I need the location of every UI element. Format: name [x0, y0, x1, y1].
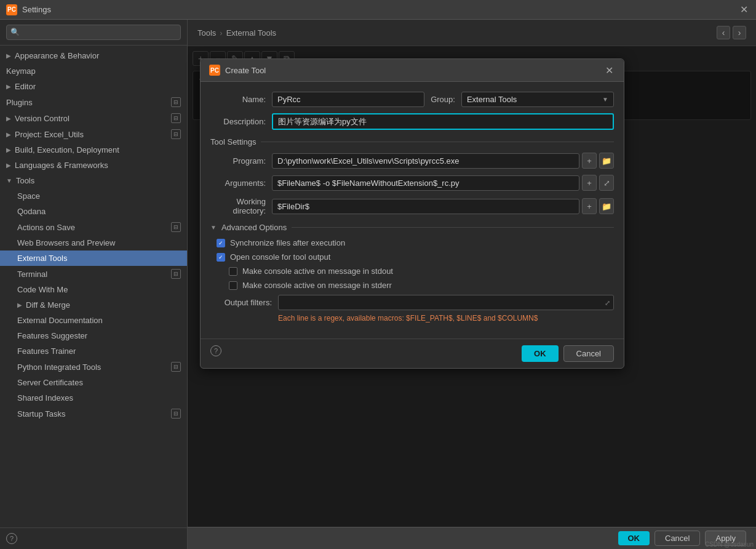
nav-back-button[interactable]: ‹	[717, 26, 730, 39]
startup-badge: ⊟	[171, 409, 181, 419]
sidebar-item-features-trainer[interactable]: Features Trainer	[0, 343, 187, 359]
modal-footer: ? OK Cancel	[201, 339, 624, 368]
advanced-label: Advanced Options	[221, 223, 287, 232]
sidebar-item-actions-on-save[interactable]: Actions on Save ⊟	[0, 219, 187, 235]
sidebar-item-qodana[interactable]: Qodana	[0, 204, 187, 219]
sidebar-item-plugins[interactable]: Plugins ⊟	[0, 94, 187, 110]
help-icon[interactable]: ?	[6, 533, 17, 544]
modal-body: Name: Group: External Tools ▼ Descriptio…	[201, 82, 624, 339]
actions-badge: ⊟	[171, 222, 181, 232]
sidebar-item-version-control[interactable]: ▶ Version Control ⊟	[0, 110, 187, 126]
group-select[interactable]: External Tools ▼	[461, 92, 614, 107]
open-console-row: Open console for tool output	[210, 252, 614, 262]
sidebar-item-label: Editor	[15, 82, 36, 91]
make-active-stdout-row: Make console active on message in stdout	[210, 266, 614, 276]
sidebar-item-keymap[interactable]: Keymap	[0, 63, 187, 79]
program-input-group: + 📁	[272, 153, 614, 169]
sidebar-item-languages[interactable]: ▶ Languages & Frameworks	[0, 158, 187, 173]
make-active-stderr-label: Make console active on message in stderr	[242, 281, 392, 290]
sidebar-item-label: Appearance & Behavior	[15, 51, 99, 60]
content-area: Tools › External Tools ‹ › + − ✎ ▲ ▼ ⧉ ▼	[188, 20, 756, 549]
description-input[interactable]	[272, 113, 614, 130]
chevron-right-icon: ▶	[6, 146, 11, 153]
modal-close-button[interactable]: ✕	[603, 64, 615, 76]
modal-app-icon: PC	[209, 65, 220, 76]
sidebar-item-editor[interactable]: ▶ Editor	[0, 79, 187, 94]
window-title: Settings	[22, 5, 733, 14]
sidebar-item-label: Startup Tasks	[17, 409, 66, 419]
sidebar-item-diff-merge[interactable]: ▶ Diff & Merge	[0, 297, 187, 313]
sync-files-checkbox[interactable]	[217, 239, 225, 247]
breadcrumb-parent: Tools	[197, 28, 216, 38]
expand-icon: ⤢	[605, 299, 610, 307]
sidebar-item-label: Space	[17, 191, 40, 201]
program-browse-button[interactable]: 📁	[599, 153, 614, 169]
breadcrumb: Tools › External Tools ‹ ›	[188, 20, 756, 46]
tool-settings-label: Tool Settings	[210, 137, 256, 146]
app-icon: PC	[6, 4, 17, 15]
sidebar-item-label: Project: Excel_Utils	[15, 130, 84, 139]
arguments-expand-button[interactable]: ⤢	[599, 175, 614, 191]
python-badge: ⊟	[171, 362, 181, 372]
sidebar-item-label: Languages & Frameworks	[15, 161, 108, 170]
sidebar-item-label: Keymap	[6, 66, 36, 76]
sidebar-item-label: Tools	[16, 176, 34, 185]
search-input[interactable]	[6, 25, 181, 40]
sidebar-item-server-certs[interactable]: Server Certificates	[0, 375, 187, 390]
sync-files-label: Synchronize files after execution	[230, 238, 345, 247]
tools-panel: + − ✎ ▲ ▼ ⧉ ▼ ✓ External Tools ✓ Qt-Desi…	[188, 46, 756, 527]
sidebar-item-shared-indexes[interactable]: Shared Indexes	[0, 390, 187, 406]
cancel-button[interactable]: Cancel	[563, 345, 614, 362]
sidebar-item-external-tools[interactable]: External Tools	[0, 250, 187, 266]
name-input[interactable]	[272, 92, 424, 107]
sidebar-item-project[interactable]: ▶ Project: Excel_Utils ⊟	[0, 126, 187, 142]
sidebar-item-label: Build, Execution, Deployment	[15, 145, 119, 154]
open-console-checkbox[interactable]	[217, 253, 225, 262]
output-filters-input[interactable]	[278, 295, 614, 310]
sidebar-item-label: Server Certificates	[17, 378, 83, 387]
name-label: Name:	[210, 95, 266, 104]
sidebar-item-terminal[interactable]: Terminal ⊟	[0, 266, 187, 282]
make-active-stderr-checkbox[interactable]	[229, 281, 237, 290]
sidebar-item-label: External Tools	[17, 254, 67, 263]
sidebar-item-web-browsers[interactable]: Web Browsers and Preview	[0, 235, 187, 250]
main-layout: 🔍 ▶ Appearance & Behavior Keymap ▶ Edito…	[0, 20, 756, 549]
sidebar-content: ▶ Appearance & Behavior Keymap ▶ Editor …	[0, 46, 187, 527]
working-dir-label: Working directory:	[210, 197, 266, 215]
program-input[interactable]	[272, 153, 579, 169]
sidebar-item-appearance[interactable]: ▶ Appearance & Behavior	[0, 48, 187, 63]
sidebar-item-code-with-me[interactable]: Code With Me	[0, 282, 187, 297]
arguments-add-macro-button[interactable]: +	[582, 175, 597, 191]
sidebar-item-features-suggester[interactable]: Features Suggester	[0, 328, 187, 343]
chevron-right-icon: ▶	[17, 302, 22, 308]
dropdown-arrow-icon: ▼	[602, 96, 608, 103]
sidebar-item-label: Actions on Save	[17, 223, 75, 232]
sidebar-item-build[interactable]: ▶ Build, Execution, Deployment	[0, 142, 187, 158]
search-bar: 🔍	[0, 20, 187, 46]
working-dir-browse-button[interactable]: 📁	[599, 198, 614, 214]
bottom-ok-button[interactable]: OK	[618, 531, 650, 545]
sidebar-item-python-tools[interactable]: Python Integrated Tools ⊟	[0, 359, 187, 375]
working-dir-input[interactable]	[272, 199, 579, 214]
bottom-cancel-button[interactable]: Cancel	[655, 531, 700, 546]
help-bar: ?	[0, 527, 187, 549]
ok-button[interactable]: OK	[522, 345, 559, 362]
description-label: Description:	[210, 117, 266, 126]
sidebar-item-startup-tasks[interactable]: Startup Tasks ⊟	[0, 406, 187, 422]
modal-help-icon[interactable]: ?	[210, 345, 221, 356]
group-label: Group:	[431, 95, 455, 104]
make-active-stdout-checkbox[interactable]	[229, 267, 237, 276]
sidebar-item-ext-docs[interactable]: External Documentation	[0, 313, 187, 328]
working-dir-row: Working directory: + 📁	[210, 197, 614, 215]
working-dir-add-macro-button[interactable]: +	[582, 198, 597, 214]
tool-settings-divider: Tool Settings	[210, 137, 614, 146]
plugins-badge: ⊟	[171, 97, 181, 107]
vc-badge: ⊟	[171, 113, 181, 123]
program-add-macro-button[interactable]: +	[582, 153, 597, 169]
sidebar-item-tools[interactable]: ▼ Tools	[0, 173, 187, 188]
nav-forward-button[interactable]: ›	[733, 26, 746, 39]
close-button[interactable]: ✕	[738, 4, 750, 16]
open-console-label: Open console for tool output	[230, 252, 330, 262]
arguments-input[interactable]	[272, 175, 579, 191]
sidebar-item-space[interactable]: Space	[0, 188, 187, 204]
